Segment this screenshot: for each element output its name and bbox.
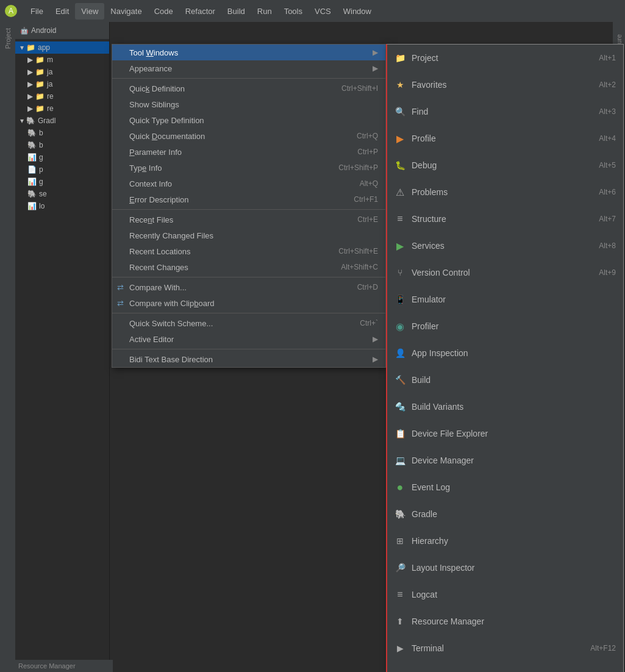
menu-vcs[interactable]: VCS — [309, 3, 337, 20]
tw-emulator[interactable]: 📱 Emulator — [387, 286, 623, 313]
tree-label-se: se — [39, 190, 47, 198]
tw-services[interactable]: ▶ Services Alt+8 — [387, 232, 623, 259]
tw-structure[interactable]: ≡ Structure Alt+7 — [387, 206, 623, 232]
tw-profiler[interactable]: ◉ Profiler — [387, 313, 623, 340]
tree-label-g2: g — [39, 177, 43, 186]
tw-project[interactable]: 📁 Project Alt+1 — [387, 45, 623, 71]
tw-hierarchy[interactable]: ⊞ Hierarchy — [387, 527, 623, 554]
menu-navigate[interactable]: Navigate — [104, 3, 148, 20]
compare-icon: ⇄ — [117, 283, 124, 292]
app-inspection-icon: 👤 — [395, 348, 405, 359]
terminal-icon: ▶ — [395, 643, 405, 654]
menu-window[interactable]: Window — [337, 3, 377, 20]
chevron-right-icon: ▶ — [27, 104, 33, 113]
tree-item-lo[interactable]: 📊 lo — [15, 200, 109, 212]
tw-favorites[interactable]: ★ Favorites Alt+2 — [387, 71, 623, 98]
tree-item-ja1[interactable]: ▶ 📁 ja — [15, 66, 109, 78]
menu-compare-clipboard[interactable]: ⇄ Compare with Clipboard — [112, 295, 385, 311]
menu-code[interactable]: Code — [148, 3, 179, 20]
menu-recently-changed[interactable]: Recently Changed Files — [112, 227, 385, 243]
menu-appearance[interactable]: Appearance ▶ — [112, 60, 385, 76]
label: Recent Changes — [129, 263, 188, 272]
tw-resource-manager[interactable]: ⬆ Resource Manager — [387, 608, 623, 635]
tree-item-p[interactable]: 📄 p — [15, 163, 109, 176]
separator — [112, 209, 385, 210]
tree-item-re2[interactable]: ▶ 📁 re — [15, 102, 109, 115]
tree-label-ja1: ja — [47, 68, 52, 76]
label: Quick Switch Scheme... — [129, 319, 213, 328]
tw-app-inspection[interactable]: 👤 App Inspection — [387, 340, 623, 366]
menu-edit[interactable]: Edit — [49, 3, 75, 20]
menu-quick-switch[interactable]: Quick Switch Scheme... Ctrl+` — [112, 315, 385, 331]
tw-profile[interactable]: ▶ Profile Alt+4 — [387, 125, 623, 152]
tw-gradle[interactable]: 🐘 Gradle — [387, 501, 623, 527]
menu-recent-locations[interactable]: Recent Locations Ctrl+Shift+E — [112, 243, 385, 259]
menu-error-desc[interactable]: Error Description Ctrl+F1 — [112, 191, 385, 207]
tw-device-file[interactable]: 📋 Device File Explorer — [387, 420, 623, 447]
tw-terminal[interactable]: ▶ Terminal Alt+F12 — [387, 635, 623, 662]
tree-item-m[interactable]: ▶ 📁 m — [15, 54, 109, 66]
tree-item-g1[interactable]: 📊 g — [15, 151, 109, 163]
menu-file[interactable]: File — [24, 3, 49, 20]
tree-item-b2[interactable]: 🐘 b — [15, 139, 109, 151]
tw-build[interactable]: 🔨 Build — [387, 366, 623, 393]
tw-device-manager[interactable]: 💻 Device Manager — [387, 447, 623, 474]
tw-label: Terminal — [412, 643, 444, 653]
tree-item-re1[interactable]: ▶ 📁 re — [15, 90, 109, 102]
build-icon: 🔨 — [395, 374, 405, 385]
tree-item-b1[interactable]: 🐘 b — [15, 127, 109, 139]
tw-logcat[interactable]: ≡ Logcat — [387, 581, 623, 608]
menu-type-info[interactable]: Type Info Ctrl+Shift+P — [112, 160, 385, 176]
tw-label: Services — [412, 241, 445, 251]
chevron-down-icon: ▾ — [20, 43, 24, 52]
menu-quick-doc[interactable]: Quick Documentation Ctrl+Q — [112, 128, 385, 144]
sidebar-tab-project[interactable]: Project — [4, 28, 12, 49]
tw-todo[interactable]: ≡ TODO CSDN @scx_link — [387, 662, 623, 672]
tree-item-g2[interactable]: 📊 g — [15, 176, 109, 188]
tw-layout-inspector[interactable]: 🔎 Layout Inspector — [387, 554, 623, 581]
shortcut: Ctrl+` — [360, 319, 378, 327]
menu-param-info[interactable]: Parameter Info Ctrl+P — [112, 144, 385, 160]
shortcut: Ctrl+Shift+E — [338, 247, 378, 256]
tw-shortcut: Alt+4 — [599, 134, 616, 143]
tw-build-variants[interactable]: 🔩 Build Variants — [387, 393, 623, 420]
project-header-label: Android — [31, 26, 56, 35]
tw-event-log[interactable]: ● Event Log — [387, 474, 623, 501]
menu-recent-files[interactable]: Recent Files Ctrl+E — [112, 212, 385, 227]
tree-label-re1: re — [47, 92, 54, 101]
appearance-label: Appearance — [129, 64, 172, 73]
tw-problems[interactable]: ⚠ Problems Alt+6 — [387, 179, 623, 206]
menu-bidi-text[interactable]: Bidi Text Base Direction ▶ — [112, 351, 385, 367]
menu-tool-windows[interactable]: Tool Windows ▶ — [112, 45, 385, 60]
menubar: A File Edit View Navigate Code Refactor … — [0, 0, 625, 22]
label: Error Description — [129, 195, 189, 204]
tree-item-ja2[interactable]: ▶ 📁 ja — [15, 78, 109, 90]
tree-item-se[interactable]: 🐘 se — [15, 188, 109, 200]
tool-windows-submenu: 📁 Project Alt+1 ★ Favorites Alt+2 🔍 Find… — [386, 44, 624, 672]
menu-compare-with[interactable]: ⇄ Compare With... Ctrl+D — [112, 279, 385, 295]
menu-context-info[interactable]: Context Info Alt+Q — [112, 176, 385, 191]
todo-icon: ≡ — [395, 670, 405, 672]
arrow-icon: ▶ — [373, 335, 378, 343]
tw-version-control[interactable]: ⑂ Version Control Alt+9 — [387, 259, 623, 286]
tree-label-m: m — [47, 55, 53, 64]
label: Context Info — [129, 179, 172, 188]
problems-icon: ⚠ — [395, 187, 405, 198]
tw-find[interactable]: 🔍 Find Alt+3 — [387, 98, 623, 125]
menu-build[interactable]: Build — [221, 3, 251, 20]
menu-quick-definition[interactable]: Quick Definition Ctrl+Shift+I — [112, 80, 385, 96]
tw-debug[interactable]: 🐛 Debug Alt+5 — [387, 152, 623, 179]
tree-item-gradle[interactable]: ▾ 🐘 Gradl — [15, 115, 109, 127]
menu-refactor[interactable]: Refactor — [179, 3, 221, 20]
folder-icon: 📁 — [26, 43, 35, 52]
menu-show-siblings[interactable]: Show Siblings — [112, 96, 385, 112]
menu-run[interactable]: Run — [251, 3, 278, 20]
menu-recent-changes[interactable]: Recent Changes Alt+Shift+C — [112, 259, 385, 275]
bottom-tab-resource[interactable]: Resource Manager — [18, 662, 76, 670]
menu-quick-type[interactable]: Quick Type Definition — [112, 112, 385, 128]
menu-tools[interactable]: Tools — [278, 3, 309, 20]
menu-active-editor[interactable]: Active Editor ▶ — [112, 331, 385, 347]
tree-item-app[interactable]: ▾ 📁 app — [15, 41, 109, 54]
menu-view[interactable]: View — [75, 3, 104, 20]
project-icon: 📁 — [395, 52, 405, 63]
